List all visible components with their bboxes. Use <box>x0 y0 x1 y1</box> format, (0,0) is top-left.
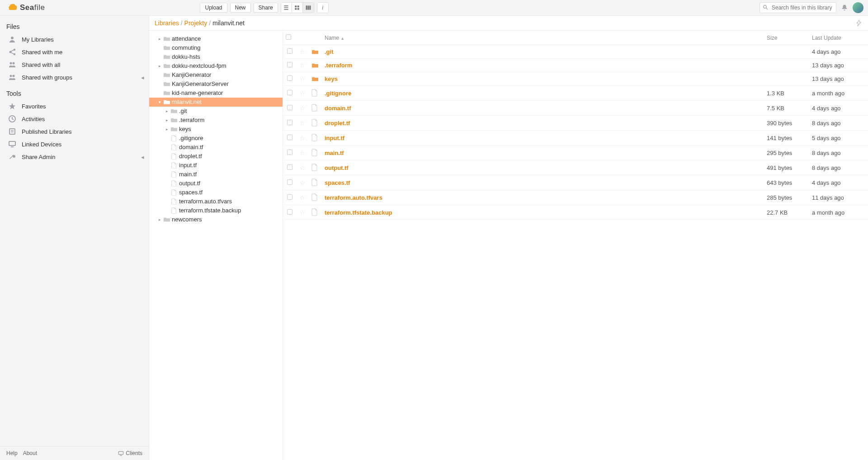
row-checkbox[interactable] <box>287 164 292 170</box>
sidebar-item-my-libraries[interactable]: My Libraries <box>0 33 149 46</box>
tree-expander-icon[interactable]: ▾ <box>157 98 162 106</box>
file-link[interactable]: spaces.tf <box>325 179 350 186</box>
tree-item[interactable]: ▸.git <box>149 107 283 116</box>
about-link[interactable]: About <box>23 450 37 456</box>
tree-item[interactable]: ▸attendance <box>149 34 283 43</box>
sidebar-item-share-admin[interactable]: Share Admin◂ <box>0 150 149 163</box>
table-row[interactable]: ☆ input.tf 141 bytes 5 days ago <box>283 131 868 146</box>
sidebar-item-activities[interactable]: Activities <box>0 113 149 125</box>
star-icon[interactable]: ☆ <box>300 135 305 141</box>
header-size[interactable]: Size <box>764 31 809 45</box>
info-button[interactable]: i <box>317 3 328 13</box>
file-link[interactable]: terraform.auto.tfvars <box>325 194 382 201</box>
sidebar-item-shared-with-me[interactable]: Shared with me <box>0 46 149 58</box>
row-checkbox[interactable] <box>287 75 292 81</box>
sidebar-item-linked-devices[interactable]: Linked Devices <box>0 138 149 150</box>
avatar[interactable] <box>853 2 863 13</box>
file-link[interactable]: .terraform <box>325 62 352 69</box>
star-icon[interactable]: ☆ <box>300 209 305 216</box>
help-link[interactable]: Help <box>6 450 18 456</box>
table-row[interactable]: ☆ keys 13 days ago <box>283 72 868 86</box>
tree-expander-icon[interactable]: ▸ <box>165 125 169 133</box>
star-icon[interactable]: ☆ <box>300 120 305 127</box>
tree-item[interactable]: droplet.tf <box>149 152 283 161</box>
table-row[interactable]: ☆ .gitignore 1.3 KB a month ago <box>283 86 868 101</box>
view-list-button[interactable] <box>281 3 292 13</box>
header-last-update[interactable]: Last Update <box>809 31 868 45</box>
tree-item[interactable]: ▸keys <box>149 125 283 134</box>
clients-link[interactable]: Clients <box>118 450 142 456</box>
file-link[interactable]: .git <box>325 48 334 55</box>
logo[interactable]: Seafile <box>7 2 45 13</box>
file-link[interactable]: droplet.tf <box>325 120 350 127</box>
file-link[interactable]: .gitignore <box>325 90 351 97</box>
tree-item[interactable]: ▾milanvit.net <box>149 98 283 107</box>
row-checkbox[interactable] <box>287 150 292 155</box>
tree-item[interactable]: commuting <box>149 43 283 52</box>
table-row[interactable]: ☆ spaces.tf 643 bytes 4 days ago <box>283 175 868 190</box>
header-checkbox[interactable] <box>283 31 297 45</box>
table-row[interactable]: ☆ droplet.tf 390 bytes 8 days ago <box>283 116 868 131</box>
file-link[interactable]: domain.tf <box>325 105 351 112</box>
tree-item[interactable]: spaces.tf <box>149 188 283 197</box>
star-icon[interactable]: ☆ <box>300 75 305 82</box>
row-checkbox[interactable] <box>287 135 292 140</box>
tree-item[interactable]: .gitignore <box>149 134 283 143</box>
row-checkbox[interactable] <box>287 62 292 67</box>
tree-item[interactable]: terraform.tfstate.backup <box>149 206 283 215</box>
tree-item[interactable]: ▸.terraform <box>149 116 283 125</box>
upload-button[interactable]: Upload <box>200 3 227 13</box>
star-icon[interactable]: ☆ <box>300 90 305 97</box>
star-icon[interactable]: ☆ <box>300 48 305 55</box>
view-columns-button[interactable] <box>303 3 314 13</box>
row-checkbox[interactable] <box>287 209 292 215</box>
star-icon[interactable]: ☆ <box>300 179 305 186</box>
tree-item[interactable]: ▸dokku-nextcloud-fpm <box>149 61 283 70</box>
breadcrumb-link[interactable]: Projekty <box>184 19 208 27</box>
row-checkbox[interactable] <box>287 120 292 125</box>
sidebar-item-published-libraries[interactable]: Published Libraries <box>0 125 149 138</box>
star-icon[interactable]: ☆ <box>300 164 305 171</box>
trash-button[interactable] <box>855 19 863 27</box>
tree-expander-icon[interactable]: ▸ <box>157 35 162 43</box>
tree-item[interactable]: ▸newcomers <box>149 215 283 224</box>
breadcrumb-link[interactable]: Libraries <box>155 19 179 27</box>
star-icon[interactable]: ☆ <box>300 105 305 112</box>
tree-item[interactable]: KanjiGenerator <box>149 70 283 80</box>
row-checkbox[interactable] <box>287 90 292 95</box>
share-button[interactable]: Share <box>254 3 278 13</box>
tree-item[interactable]: output.tf <box>149 179 283 188</box>
star-icon[interactable]: ☆ <box>300 194 305 201</box>
file-link[interactable]: main.tf <box>325 150 344 156</box>
header-name[interactable]: Name ▲ <box>322 31 764 45</box>
row-checkbox[interactable] <box>287 48 292 54</box>
row-checkbox[interactable] <box>287 179 292 185</box>
table-row[interactable]: ☆ .terraform 13 days ago <box>283 59 868 72</box>
notifications-button[interactable] <box>841 4 848 11</box>
file-link[interactable]: terraform.tfstate.backup <box>325 209 392 216</box>
table-row[interactable]: ☆ domain.tf 7.5 KB 4 days ago <box>283 101 868 116</box>
sidebar-item-shared-with-all[interactable]: Shared with all <box>0 58 149 71</box>
star-icon[interactable]: ☆ <box>300 150 305 156</box>
tree-expander-icon[interactable]: ▸ <box>157 216 162 224</box>
file-link[interactable]: input.tf <box>325 135 344 141</box>
sidebar-item-favorites[interactable]: Favorites <box>0 100 149 113</box>
file-link[interactable]: output.tf <box>325 164 349 171</box>
table-row[interactable]: ☆ terraform.auto.tfvars 285 bytes 11 day… <box>283 190 868 205</box>
table-row[interactable]: ☆ .git 4 days ago <box>283 45 868 59</box>
table-row[interactable]: ☆ terraform.tfstate.backup 22.7 KB a mon… <box>283 205 868 220</box>
row-checkbox[interactable] <box>287 105 292 110</box>
tree-item[interactable]: terraform.auto.tfvars <box>149 197 283 206</box>
tree-item[interactable]: KanjiGeneratorServer <box>149 80 283 89</box>
tree-item[interactable]: kid-name-generator <box>149 89 283 98</box>
tree-expander-icon[interactable]: ▸ <box>157 62 162 70</box>
sidebar-item-shared-with-groups[interactable]: Shared with groups◂ <box>0 71 149 84</box>
row-checkbox[interactable] <box>287 194 292 200</box>
star-icon[interactable]: ☆ <box>300 62 305 69</box>
new-button[interactable]: New <box>230 3 251 13</box>
tree-item[interactable]: main.tf <box>149 170 283 179</box>
view-grid-button[interactable] <box>292 3 303 13</box>
table-row[interactable]: ☆ output.tf 491 bytes 8 days ago <box>283 160 868 175</box>
file-link[interactable]: keys <box>325 75 338 82</box>
tree-item[interactable]: domain.tf <box>149 143 283 152</box>
